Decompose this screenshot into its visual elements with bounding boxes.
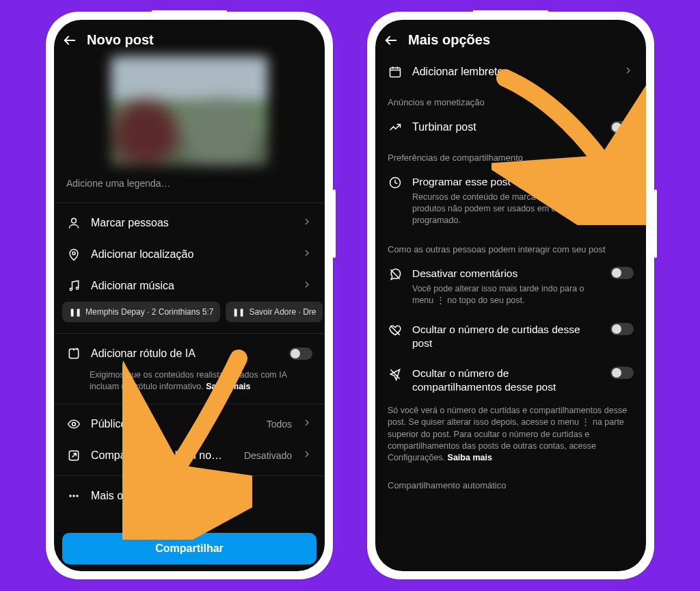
music-note-icon (66, 278, 81, 293)
share-button[interactable]: Compartilhar (62, 533, 317, 564)
svg-point-3 (70, 288, 72, 290)
svg-point-9 (72, 495, 75, 497)
location-pin-icon (66, 247, 81, 262)
chevron-right-icon (623, 65, 634, 79)
row-add-location[interactable]: Adicionar localização (54, 239, 325, 270)
row-label: Mais opções (91, 490, 312, 502)
likes-toggle[interactable] (610, 323, 634, 335)
row-disable-comments[interactable]: Desativar comentários Você pode alterar … (375, 259, 646, 315)
svg-rect-12 (390, 68, 401, 77)
row-label: Turbinar post (412, 121, 601, 133)
chevron-right-icon (301, 216, 312, 230)
row-audience[interactable]: Público Todos (54, 408, 325, 440)
row-label: Programar esse post (412, 175, 601, 189)
hide-counts-footnote: Só você verá o número de curtidas e comp… (375, 402, 646, 471)
row-hide-likes[interactable]: Ocultar o número de curtidas desse post (375, 315, 646, 358)
chevron-right-icon (301, 248, 312, 261)
row-boost-post[interactable]: Turbinar post (375, 111, 646, 143)
section-auto-share: Compartilhamento automático (375, 471, 646, 495)
phone-side-button (654, 189, 657, 258)
comments-toggle[interactable] (610, 267, 634, 279)
row-ai-label[interactable]: Adicionar rótulo de IA (54, 338, 325, 369)
music-suggestions: ❚❚Memphis Depay · 2 Corinthians 5:7 ❚❚Sa… (54, 302, 325, 329)
row-label: Adicionar localização (91, 248, 292, 261)
row-label: Compartilhar também no… (91, 449, 234, 462)
calendar-icon (388, 64, 403, 79)
back-icon[interactable] (383, 33, 399, 48)
eye-icon (66, 417, 81, 432)
svg-point-4 (76, 287, 78, 289)
svg-point-1 (72, 218, 77, 223)
trend-up-icon (388, 120, 403, 135)
clock-icon (388, 175, 403, 190)
caption-input[interactable]: Adicione uma legenda… (54, 178, 325, 198)
svg-point-10 (76, 495, 78, 497)
row-add-reminder[interactable]: Adicionar lembrete (375, 56, 646, 88)
chevron-right-icon (301, 279, 312, 293)
header: Novo post (54, 20, 325, 56)
post-image-preview[interactable] (111, 56, 268, 166)
share-off-icon (388, 367, 403, 382)
row-label: Adicionar música (91, 280, 292, 292)
row-value: Todos (267, 419, 292, 430)
svg-point-8 (69, 495, 71, 497)
ai-label-toggle[interactable] (289, 347, 312, 360)
divider (54, 202, 325, 203)
phone-right: Mais opções Adicionar lembrete Anúncios … (367, 12, 654, 579)
section-share-prefs: Preferências de compartilhamento (375, 143, 646, 167)
learn-more-link[interactable]: Saiba mais (206, 382, 250, 391)
shares-toggle[interactable] (610, 367, 634, 379)
row-label: Adicionar lembrete (412, 66, 613, 78)
phone-left: Novo post Adicione uma legenda… Marcar p… (46, 12, 333, 579)
music-chip[interactable]: ❚❚Savoir Adore · Dre (226, 302, 323, 322)
row-tag-people[interactable]: Marcar pessoas (54, 207, 325, 239)
row-more-options[interactable]: Mais opções (54, 480, 325, 512)
row-crosspost[interactable]: Compartilhar também no… Desativado (54, 440, 325, 471)
row-label: Marcar pessoas (91, 217, 292, 229)
svg-point-6 (72, 422, 76, 425)
learn-more-link[interactable]: Saiba mais (448, 453, 492, 462)
section-interactions: Como as outras pessoas podem interagir c… (375, 235, 646, 259)
row-description: Você pode alterar isso mais tarde indo p… (412, 283, 601, 306)
share-external-icon (66, 448, 81, 463)
music-chip-label: Savoir Adore · Dre (249, 307, 316, 317)
row-schedule-post[interactable]: Programar esse post Recursos de conteúdo… (375, 167, 646, 235)
row-label: Adicionar rótulo de IA (91, 347, 280, 360)
section-ads-monetization: Anúncios e monetização (375, 88, 646, 111)
divider (54, 404, 325, 404)
page-title: Novo post (87, 32, 154, 48)
back-icon[interactable] (62, 33, 77, 48)
screen-right: Mais opções Adicionar lembrete Anúncios … (375, 20, 646, 571)
svg-point-2 (72, 252, 75, 254)
music-chip-label: Memphis Depay · 2 Corinthians 5:7 (85, 307, 213, 317)
boost-toggle[interactable] (610, 121, 634, 133)
ai-label-description: Exigimos que os conteúdos realistas cria… (54, 369, 325, 399)
screen-left: Novo post Adicione uma legenda… Marcar p… (54, 20, 325, 571)
header: Mais opções (375, 20, 646, 56)
sparkle-square-icon (66, 346, 81, 361)
row-label: Público (91, 418, 257, 430)
music-chip[interactable]: ❚❚Memphis Depay · 2 Corinthians 5:7 (62, 302, 220, 322)
chevron-right-icon (301, 449, 312, 462)
heart-off-icon (388, 323, 403, 338)
row-hide-shares[interactable]: Ocultar o número de compartilhamentos de… (375, 358, 646, 402)
row-label: Desativar comentários (412, 267, 601, 280)
page-title: Mais opções (408, 32, 490, 48)
pause-icon: ❚❚ (232, 308, 245, 317)
phone-side-button (333, 189, 336, 258)
chevron-right-icon (301, 417, 312, 431)
ellipsis-icon (66, 488, 81, 503)
schedule-toggle[interactable] (610, 175, 634, 187)
divider (54, 333, 325, 334)
row-label: Ocultar o número de compartilhamentos de… (412, 367, 601, 394)
divider (54, 475, 325, 476)
row-add-music[interactable]: Adicionar música (54, 270, 325, 302)
person-icon (66, 215, 81, 231)
row-value: Desativado (244, 450, 292, 461)
pause-icon: ❚❚ (69, 308, 81, 317)
row-label: Ocultar o número de curtidas desse post (412, 323, 601, 350)
row-description: Recursos de conteúdo de marca e etiqueta… (412, 192, 601, 226)
comment-off-icon (388, 267, 403, 282)
